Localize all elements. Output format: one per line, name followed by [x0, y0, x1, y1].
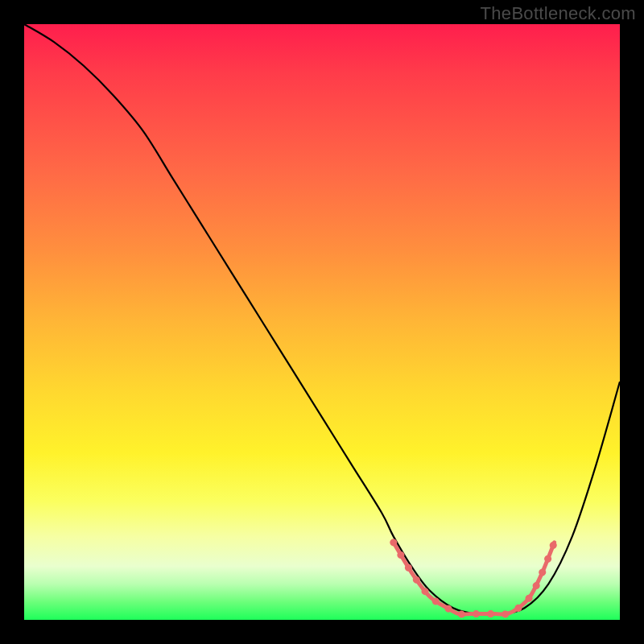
chart-frame: TheBottleneck.com: [0, 0, 644, 644]
plot-area: [24, 24, 620, 620]
chart-svg: [24, 24, 620, 620]
watermark-text: TheBottleneck.com: [481, 3, 636, 24]
bottleneck-curve: [24, 24, 620, 615]
